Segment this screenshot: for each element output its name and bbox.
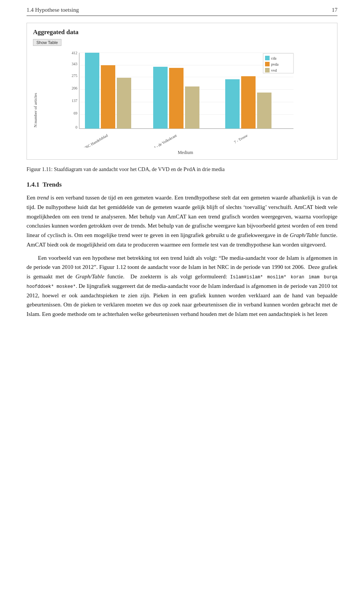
bar-nrc-pvda	[101, 65, 115, 129]
svg-text:pvda: pvda	[271, 62, 279, 66]
svg-text:7 - Trouw: 7 - Trouw	[233, 133, 248, 145]
svg-text:5 - NRC Handelsblad: 5 - NRC Handelsblad	[78, 133, 108, 148]
show-table-button[interactable]: Show Table	[33, 39, 61, 46]
bar-trouw-cda	[225, 79, 240, 129]
paragraph-1: Een trend is een verband tussen de tijd …	[27, 193, 337, 250]
bar-nrc-cda	[85, 53, 99, 129]
x-axis-label: Medium	[40, 150, 331, 155]
svg-text:275: 275	[72, 74, 77, 78]
bar-nrc-vvd	[117, 78, 131, 129]
svg-text:0: 0	[75, 125, 77, 129]
svg-text:137: 137	[72, 99, 77, 103]
bar-chart-svg: 412 343 275 206 137 69 0	[40, 49, 331, 148]
chart-container: Aggregated data Show Table N:number of a…	[27, 23, 337, 160]
chart-main: 412 343 275 206 137 69 0	[40, 49, 331, 155]
header-section: 1.4 Hypothese toetsing	[27, 7, 79, 13]
chart-area: N:number of articles 412 343 275 206 137…	[33, 49, 331, 155]
paragraph-2: Een voorbeeld van een hypothese met betr…	[27, 253, 337, 319]
chart-title: Aggregated data	[33, 28, 331, 36]
svg-rect-23	[265, 68, 270, 72]
svg-rect-21	[265, 62, 270, 66]
section-heading: 1.4.1 Trends	[27, 181, 337, 188]
bar-vk-pvda	[169, 68, 184, 129]
svg-text:206: 206	[72, 86, 77, 90]
svg-text:412: 412	[72, 51, 77, 55]
figure-caption: Figuur 1.11: Staafdiagram van de aandach…	[27, 166, 337, 173]
svg-rect-19	[265, 56, 270, 60]
bar-vk-cda	[153, 67, 168, 129]
svg-text:cda: cda	[271, 56, 276, 60]
page-header: 1.4 Hypothese toetsing 17	[27, 0, 337, 16]
svg-text:343: 343	[72, 62, 77, 66]
bar-trouw-vvd	[257, 93, 271, 129]
section-title: Trends	[42, 181, 61, 188]
svg-text:69: 69	[74, 111, 77, 115]
svg-text:vvd: vvd	[271, 68, 277, 72]
bar-vk-vvd	[185, 86, 199, 129]
bar-trouw-pvda	[241, 76, 256, 129]
svg-text:4 - de Volkskrant: 4 - de Volkskrant	[153, 133, 177, 148]
section-number: 1.4.1	[27, 181, 39, 188]
header-page-number: 17	[332, 7, 337, 13]
y-axis-label: N:number of articles	[33, 64, 38, 155]
